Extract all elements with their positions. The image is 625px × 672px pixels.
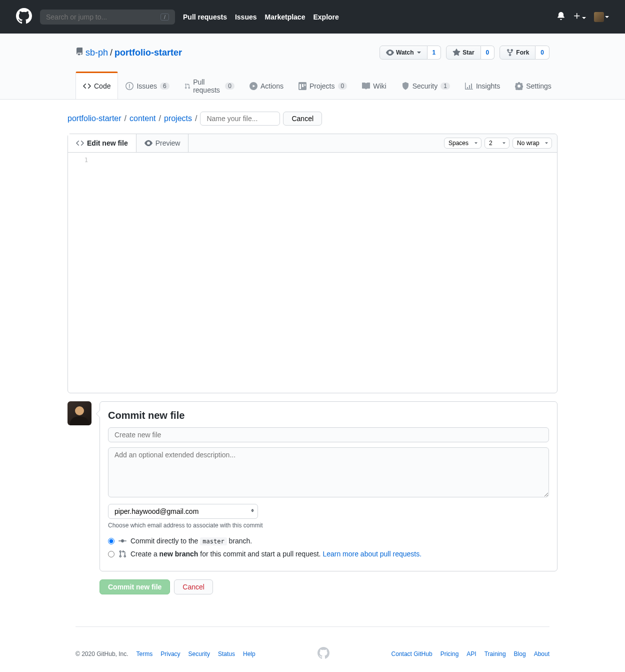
line-numbers: 1	[68, 153, 93, 393]
tab-pull-requests[interactable]: Pull requests0	[177, 72, 242, 99]
fork-button[interactable]: Fork	[500, 46, 536, 60]
tab-insights[interactable]: Insights	[458, 72, 508, 99]
commit-form: Commit new file piper.haywood@gmail.com …	[100, 401, 558, 571]
tab-projects[interactable]: Projects0	[291, 72, 354, 99]
tab-settings[interactable]: Settings	[508, 72, 559, 99]
footer: © 2020 GitHub, Inc. Terms Privacy Securi…	[76, 626, 550, 672]
global-header: / Pull requests Issues Marketplace Explo…	[0, 0, 625, 34]
avatar	[594, 12, 604, 22]
wrap-mode-select[interactable]: No wrap	[512, 138, 552, 149]
commit-direct-radio[interactable]: Commit directly to the master branch.	[108, 537, 549, 545]
footer-github-logo-icon[interactable]	[318, 647, 330, 660]
footer-status[interactable]: Status	[218, 650, 235, 657]
indent-mode-select[interactable]: Spaces	[444, 138, 482, 149]
breadcrumb-content[interactable]: content	[130, 114, 156, 123]
star-button[interactable]: Star	[446, 46, 480, 60]
repo-pagehead: sb-ph / portfolio-starter Watch 1 Star 0…	[0, 34, 625, 100]
tab-issues[interactable]: Issues6	[118, 72, 176, 99]
commit-email-select[interactable]: piper.haywood@gmail.com	[108, 504, 258, 519]
star-count[interactable]: 0	[481, 46, 495, 60]
footer-help[interactable]: Help	[243, 650, 256, 657]
fork-count[interactable]: 0	[536, 46, 550, 60]
commit-branch-radio[interactable]: Create a new branch for this commit and …	[108, 550, 549, 558]
repo-icon	[76, 48, 84, 58]
notifications-icon[interactable]	[557, 12, 565, 22]
footer-about[interactable]: About	[534, 650, 550, 657]
nav-marketplace[interactable]: Marketplace	[265, 13, 306, 21]
git-commit-icon	[118, 537, 126, 545]
repo-title: sb-ph / portfolio-starter	[76, 48, 182, 58]
nav-issues[interactable]: Issues	[235, 13, 257, 21]
tab-code[interactable]: Code	[76, 72, 118, 99]
tab-preview[interactable]: Preview	[136, 134, 189, 152]
create-new-icon[interactable]	[573, 12, 586, 22]
footer-security[interactable]: Security	[188, 650, 210, 657]
footer-copyright: © 2020 GitHub, Inc.	[76, 650, 128, 657]
repo-sep: /	[110, 48, 112, 58]
user-menu[interactable]	[594, 12, 609, 22]
git-pr-icon	[118, 550, 126, 558]
commit-submit-button[interactable]: Commit new file	[100, 579, 170, 594]
breadcrumb: portfolio-starter / content / projects /…	[68, 112, 558, 126]
code-text[interactable]	[93, 153, 557, 393]
breadcrumb-projects[interactable]: projects	[164, 114, 192, 123]
breadcrumb-root[interactable]: portfolio-starter	[68, 114, 122, 123]
global-search[interactable]: /	[40, 10, 175, 25]
footer-api[interactable]: API	[466, 650, 476, 657]
commit-cancel-button[interactable]: Cancel	[174, 579, 213, 594]
footer-blog[interactable]: Blog	[514, 650, 526, 657]
repo-actions: Watch 1 Star 0 Fork 0	[380, 46, 550, 60]
footer-contact[interactable]: Contact GitHub	[392, 650, 432, 657]
commit-email-note: Choose which email address to associate …	[108, 522, 549, 529]
commit-avatar	[68, 401, 92, 425]
search-input[interactable]	[46, 13, 160, 21]
header-nav: Pull requests Issues Marketplace Explore	[183, 13, 339, 21]
learn-more-pr-link[interactable]: Learn more about pull requests.	[322, 550, 422, 558]
commit-summary-input[interactable]	[108, 427, 549, 442]
github-logo-icon[interactable]	[16, 8, 32, 26]
footer-privacy[interactable]: Privacy	[160, 650, 180, 657]
indent-size-select[interactable]: 2	[484, 138, 510, 149]
breadcrumb-cancel-button[interactable]: Cancel	[283, 112, 322, 126]
file-editor: Edit new file Preview Spaces 2 No wrap 1	[68, 134, 558, 393]
tab-actions[interactable]: Actions	[242, 72, 291, 99]
footer-terms[interactable]: Terms	[136, 650, 153, 657]
footer-training[interactable]: Training	[484, 650, 506, 657]
tab-wiki[interactable]: Wiki	[354, 72, 394, 99]
footer-pricing[interactable]: Pricing	[440, 650, 459, 657]
repo-name-link[interactable]: portfolio-starter	[114, 48, 182, 58]
code-area[interactable]: 1	[68, 153, 557, 393]
nav-explore[interactable]: Explore	[313, 13, 338, 21]
repo-nav: Code Issues6 Pull requests0 Actions Proj…	[76, 72, 550, 99]
commit-actions: Commit new file Cancel	[100, 579, 558, 594]
search-slash-hint: /	[160, 14, 169, 21]
tab-security[interactable]: Security1	[394, 72, 458, 99]
filename-input[interactable]	[200, 112, 280, 126]
nav-pull-requests[interactable]: Pull requests	[183, 13, 227, 21]
commit-title: Commit new file	[108, 410, 549, 421]
watch-count[interactable]: 1	[428, 46, 442, 60]
commit-description-input[interactable]	[108, 447, 549, 497]
watch-button[interactable]: Watch	[380, 46, 428, 60]
tab-edit-file[interactable]: Edit new file	[68, 134, 136, 152]
repo-owner-link[interactable]: sb-ph	[86, 48, 108, 58]
